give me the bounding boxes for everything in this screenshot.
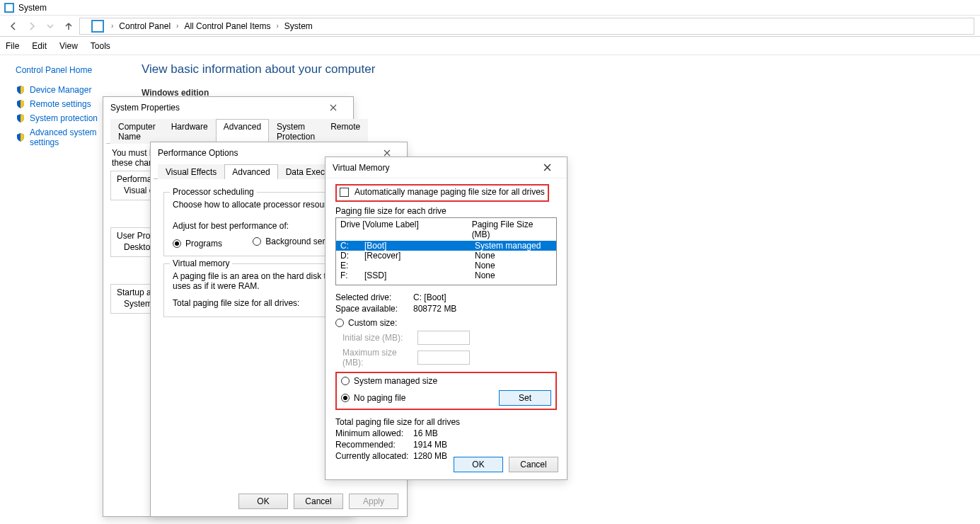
drive-row[interactable]: D:[Recover]None (336, 251, 556, 261)
selected-drive-value: C: [Boot] (413, 292, 446, 302)
menu-tools[interactable]: Tools (91, 41, 110, 51)
drive-label: [Recover] (364, 251, 475, 261)
total-label: Total paging file size for all drives: (173, 298, 335, 308)
radio-label: Custom size: (348, 318, 397, 328)
sidebar-home-link[interactable]: Control Panel Home (16, 65, 127, 75)
nav-dropdown-icon[interactable] (42, 18, 58, 34)
dialog-tabs: Computer Name Hardware Advanced System P… (106, 118, 350, 144)
nav-forward-icon[interactable] (24, 18, 40, 34)
drive-row[interactable]: F:[SSD]None (336, 270, 556, 280)
sidebar-link-label: System protection (30, 113, 98, 123)
initial-size-input[interactable] (417, 331, 470, 345)
selected-drive-label: Selected drive: (335, 292, 413, 302)
menu-file[interactable]: File (6, 41, 19, 51)
section-paging-file-size: Paging file size for each drive (335, 206, 557, 216)
drive-row[interactable]: C:[Boot]System managed (336, 241, 556, 251)
initial-size-label: Initial size (MB): (342, 333, 417, 343)
shield-icon (16, 113, 25, 123)
radio-icon (341, 394, 350, 402)
navigation-bar: › Control Panel › All Control Panel Item… (0, 16, 980, 37)
recommended-label: Recommended: (335, 440, 413, 450)
shield-icon (16, 99, 25, 109)
drive-row[interactable]: E:None (336, 261, 556, 270)
shield-icon (16, 85, 25, 95)
maximum-size-label: Maximum size (MB): (342, 348, 417, 368)
menu-view[interactable]: View (59, 41, 78, 51)
radio-system-managed[interactable]: System managed size (341, 376, 437, 386)
sidebar-link-label: Device Manager (30, 85, 91, 95)
cancel-button[interactable]: Cancel (509, 457, 558, 472)
sidebar-link-label: Remote settings (30, 99, 91, 109)
tab-remote[interactable]: Remote (323, 119, 368, 144)
tab-system-protection[interactable]: System Protection (269, 119, 323, 144)
radio-label: System managed size (354, 376, 437, 386)
tab-visual-effects[interactable]: Visual Effects (158, 164, 224, 179)
radio-no-paging-file[interactable]: No paging file (341, 393, 405, 403)
maximum-size-input[interactable] (417, 351, 470, 365)
breadcrumb-item-1[interactable]: All Control Panel Items (181, 21, 273, 31)
col-size-label: Paging File Size (MB) (472, 220, 552, 239)
radio-programs[interactable]: Programs (173, 239, 222, 249)
highlight-auto-manage: Automatically manage paging file size fo… (335, 184, 549, 202)
close-icon[interactable] (533, 159, 561, 176)
group-title: Virtual memory (170, 258, 232, 268)
breadcrumb-item-0[interactable]: Control Panel (116, 21, 173, 31)
drive-table-header: Drive [Volume Label] Paging File Size (M… (336, 218, 556, 241)
ok-button[interactable]: OK (238, 494, 288, 509)
tab-advanced[interactable]: Advanced (216, 119, 269, 144)
chevron-right-icon[interactable]: › (176, 22, 178, 30)
tab-hardware[interactable]: Hardware (163, 119, 216, 144)
drive-size: None (475, 270, 495, 280)
system-icon (4, 3, 14, 13)
drive-letter: D: (340, 251, 364, 261)
recommended-value: 1914 MB (413, 440, 447, 450)
checkbox-label: Automatically manage paging file size fo… (354, 187, 545, 197)
drive-table: Drive [Volume Label] Paging File Size (M… (335, 217, 557, 285)
chevron-right-icon[interactable]: › (111, 22, 113, 30)
tab-advanced[interactable]: Advanced (224, 164, 277, 179)
address-icon (91, 20, 104, 33)
space-available-label: Space available: (335, 304, 413, 314)
window-title: System (18, 3, 47, 13)
breadcrumb[interactable]: › Control Panel › All Control Panel Item… (79, 18, 974, 35)
apply-button[interactable]: Apply (349, 494, 398, 509)
drive-size: System managed (475, 241, 541, 251)
min-allowed-value: 16 MB (413, 428, 438, 438)
dialog-button-row: OK Cancel (325, 450, 567, 479)
radio-icon (341, 377, 350, 385)
menubar: File Edit View Tools (0, 37, 980, 55)
breadcrumb-item-2[interactable]: System (282, 21, 316, 31)
highlight-paging-options: System managed size No paging file Set (335, 372, 557, 410)
drive-size: None (475, 261, 495, 270)
page-header: View basic information about your comput… (142, 62, 375, 76)
dialog-titlebar[interactable]: System Properties (103, 97, 353, 118)
menu-edit[interactable]: Edit (32, 41, 47, 51)
tab-computer-name[interactable]: Computer Name (110, 119, 163, 144)
radio-label: Programs (185, 239, 222, 249)
nav-up-icon[interactable] (61, 18, 76, 34)
drive-size: None (475, 251, 495, 261)
col-drive-label: Drive [Volume Label] (340, 220, 472, 239)
checkbox-auto-manage[interactable]: Automatically manage paging file size fo… (340, 187, 545, 197)
close-icon[interactable] (319, 99, 347, 116)
radio-icon (335, 319, 344, 327)
chevron-right-icon[interactable]: › (276, 22, 278, 30)
dialog-virtual-memory: Virtual Memory Automatically manage pagi… (325, 156, 567, 480)
drive-label: [Boot] (364, 241, 475, 251)
radio-custom-size[interactable]: Custom size: (335, 318, 397, 328)
set-button[interactable]: Set (499, 390, 551, 406)
dialog-title: Virtual Memory (333, 163, 389, 173)
min-allowed-label: Minimum allowed: (335, 428, 413, 438)
space-available-value: 808772 MB (413, 304, 456, 314)
dialog-titlebar[interactable]: Virtual Memory (325, 157, 567, 178)
drive-letter: F: (340, 270, 364, 280)
drive-letter: C: (340, 241, 364, 251)
nav-back-icon[interactable] (6, 18, 21, 34)
ok-button[interactable]: OK (454, 457, 503, 472)
drive-letter: E: (340, 261, 364, 270)
sidebar-link-device-manager[interactable]: Device Manager (16, 85, 127, 95)
cancel-button[interactable]: Cancel (294, 494, 343, 509)
checkbox-icon (340, 188, 349, 197)
shield-icon (16, 132, 25, 142)
radio-icon (253, 237, 261, 246)
